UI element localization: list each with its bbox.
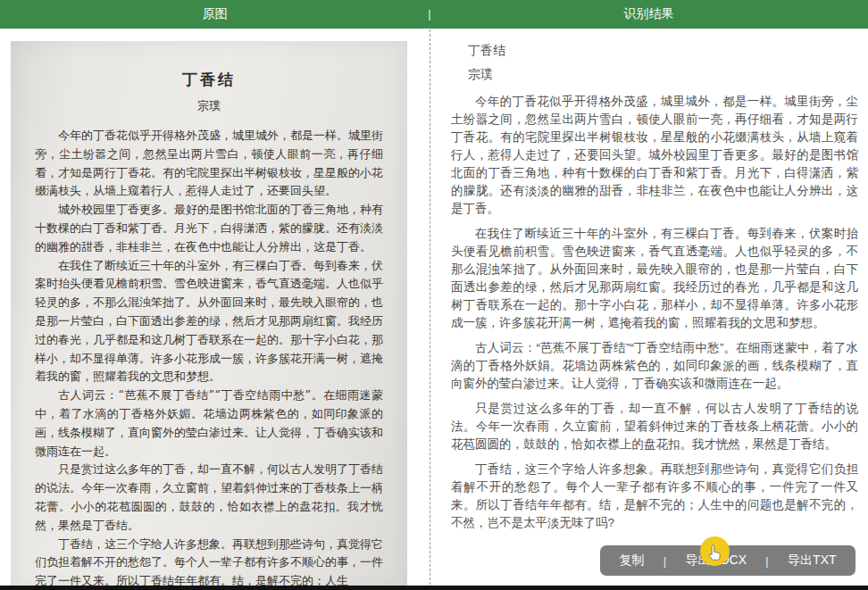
panel-divider	[430, 29, 430, 585]
result-paragraph: 只是赏过这么多年的丁香，却一直不解，何以古人发明了丁香结的说法。今年一次春雨，久…	[451, 400, 858, 453]
original-image-panel: 丁香结 宗璞 今年的丁香花似乎开得格外茂盛，城里城外，都是一样。城里街旁，尘土纷…	[11, 41, 407, 590]
result-essay-author: 宗璞	[451, 67, 858, 83]
scan-essay-title: 丁香结	[35, 70, 383, 90]
toolbar-divider: |	[765, 554, 768, 568]
result-paragraph: 丁香结，这三个字给人许多想象。再联想到那些诗句，真觉得它们负担着解不开的愁怨了。…	[451, 461, 858, 532]
ocr-app-window: 原图 | 识别结果 丁香结 宗璞 今年的丁香花似乎开得格外茂盛，城里城外，都是一…	[0, 0, 868, 590]
result-paragraph: 在我住了断续近三十年的斗室外，有三棵白丁香。每到春来，伏案时抬头便看见檐前积雪。…	[451, 225, 858, 332]
top-header: 原图 | 识别结果	[0, 0, 868, 29]
result-text[interactable]: 今年的丁香花似乎开得格外茂盛，城里城外，都是一样。城里街旁，尘土纷嚣之间，忽然呈…	[451, 93, 858, 532]
result-paragraph: 今年的丁香花似乎开得格外茂盛，城里城外，都是一样。城里街旁，尘土纷嚣之间，忽然呈…	[451, 93, 858, 218]
scan-paragraph: 古人词云：“芭蕉不展丁香结”“丁香空结雨中愁”。在细雨迷蒙中，着了水滴的丁香格外…	[35, 386, 383, 461]
export-txt-button[interactable]: 导出TXT	[784, 553, 839, 569]
scan-essay-body: 今年的丁香花似乎开得格外茂盛，城里城外，都是一样。城里街旁，尘土纷嚣之间，忽然呈…	[35, 127, 383, 590]
toolbar-divider: |	[664, 554, 666, 568]
result-pane-header: 识别结果	[430, 6, 868, 22]
hand-cursor-icon	[706, 540, 723, 562]
ocr-result-panel[interactable]: 丁香结 宗璞 今年的丁香花似乎开得格外茂盛，城里城外，都是一样。城里街旁，尘土纷…	[451, 36, 858, 539]
copy-button[interactable]: 复制	[615, 553, 647, 569]
result-essay-title: 丁香结	[451, 43, 858, 59]
scan-essay-author: 宗璞	[35, 98, 383, 114]
original-pane-header: 原图	[0, 6, 430, 22]
scan-paragraph: 只是赏过这么多年的丁香，却一直不解，何以古人发明了丁香结的说法。今年一次春雨，久…	[35, 461, 383, 535]
scan-paragraph: 丁香结，这三个字给人许多想象。再联想到那些诗句，真觉得它们负担着解不开的愁怨了。…	[35, 536, 383, 590]
bottom-edge-strip	[0, 586, 868, 590]
result-paragraph: 古人词云：“芭蕉不展丁香结”“丁香空结雨中愁”。在细雨迷蒙中，着了水滴的丁香格外…	[451, 339, 858, 393]
scan-paragraph: 城外校园里丁香更多。最好的是图书馆北面的丁香三角地，种有十数棵的白丁香和紫丁香。…	[35, 201, 383, 256]
recognition-result-label: 识别结果	[624, 6, 674, 22]
scanned-page: 丁香结 宗璞 今年的丁香花似乎开得格外茂盛，城里城外，都是一样。城里街旁，尘土纷…	[11, 41, 407, 590]
scan-paragraph: 今年的丁香花似乎开得格外茂盛，城里城外，都是一样。城里街旁，尘土纷嚣之间，忽然呈…	[35, 127, 383, 201]
original-image-label: 原图	[203, 6, 228, 22]
scan-paragraph: 在我住了断续近三十年的斗室外，有三棵白丁香。每到春来，伏案时抬头便看见檐前积雪。…	[35, 257, 383, 387]
click-highlight	[700, 536, 730, 566]
